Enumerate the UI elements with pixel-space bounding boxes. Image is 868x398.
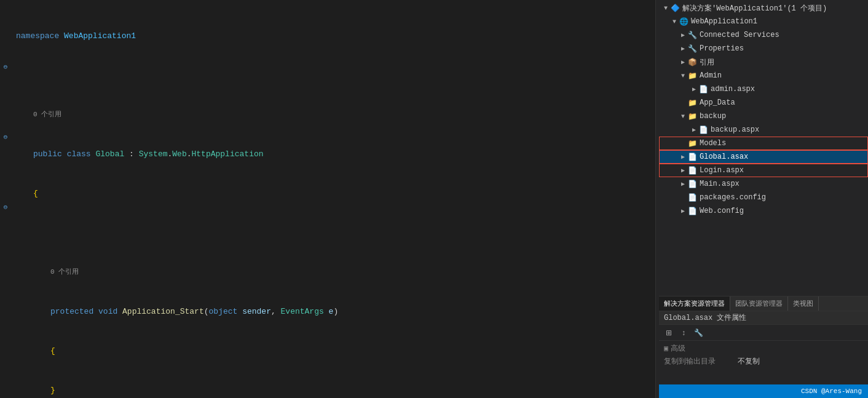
main-aspx-item[interactable]: ▶ 📄 Main.aspx bbox=[659, 177, 868, 191]
code-line-8: protected void Application_Start(object … bbox=[16, 306, 655, 317]
tab-team-explorer[interactable]: 团队资源管理器 bbox=[730, 297, 788, 311]
properties-label: Properties bbox=[700, 44, 866, 53]
admin-aspx-icon: 📄 bbox=[698, 84, 708, 94]
admin-folder-item[interactable]: ▼ 📁 Admin bbox=[659, 69, 868, 82]
class-name: Global bbox=[95, 148, 124, 160]
backup-aspx-icon: 📄 bbox=[698, 125, 708, 135]
web-config-item[interactable]: ▶ 📄 Web.config bbox=[659, 204, 868, 218]
e-param: e bbox=[329, 306, 334, 317]
web-config-label: Web.config bbox=[700, 207, 866, 215]
base-ns: System bbox=[139, 148, 168, 160]
login-chevron: ▶ bbox=[679, 166, 687, 175]
properties-title: Global.asax 文件属性 bbox=[664, 312, 746, 323]
admin-aspx-item[interactable]: ▶ 📄 admin.aspx bbox=[659, 82, 868, 96]
tab-cv-label: 类视图 bbox=[793, 299, 813, 308]
login-aspx-icon: 📄 bbox=[687, 165, 697, 175]
object-kw: object bbox=[209, 306, 238, 317]
connected-services-icon: 🔧 bbox=[687, 30, 697, 40]
global-asax-label: Global.asax bbox=[700, 153, 866, 161]
indicator-12: ⊖ bbox=[4, 131, 8, 143]
solution-tabs: 解决方案资源管理器 团队资源管理器 类视图 bbox=[659, 296, 868, 311]
code-line-10: } bbox=[16, 384, 655, 396]
right-panel: ▼ 🔷 解决方案'WebApplication1'(1 个项目) ▼ 🌐 Web… bbox=[659, 0, 868, 398]
prop-section-label: 高级 bbox=[671, 343, 685, 354]
pkg-chevron bbox=[679, 193, 687, 202]
packages-config-item[interactable]: 📄 packages.config bbox=[659, 191, 868, 204]
project-icon: 🌐 bbox=[679, 17, 688, 26]
app-data-label: App_Data bbox=[700, 98, 866, 107]
admin-chevron: ▼ bbox=[679, 71, 687, 80]
web-cfg-chevron: ▶ bbox=[679, 207, 687, 215]
models-folder-icon: 📁 bbox=[687, 138, 697, 148]
references-icon: 📦 bbox=[687, 57, 697, 67]
tab-class-view[interactable]: 类视图 bbox=[788, 297, 819, 311]
class-keyword: class bbox=[67, 148, 91, 160]
ref-chevron: ▶ bbox=[679, 58, 687, 66]
namespace-keyword: namespace bbox=[16, 30, 59, 42]
code-line-1: namespace WebApplication1 bbox=[16, 30, 655, 42]
app-data-icon: 📁 bbox=[687, 98, 697, 108]
properties-header: Global.asax 文件属性 bbox=[659, 311, 868, 325]
backup-aspx-label: backup.aspx bbox=[711, 125, 866, 134]
global-chevron: ▶ bbox=[679, 153, 687, 161]
prop-wrench-btn[interactable]: 🔧 bbox=[692, 327, 704, 338]
prop-copy-value: 不复制 bbox=[738, 356, 760, 367]
code-line-7: 0 个引用 bbox=[16, 266, 655, 278]
void-kw: void bbox=[98, 306, 117, 317]
prop-section-icon: ▣ bbox=[664, 344, 668, 353]
solution-root-item[interactable]: ▼ 🔷 解决方案'WebApplication1'(1 个项目) bbox=[659, 1, 868, 15]
indicator-18: ⊖ bbox=[4, 201, 8, 213]
properties-toolbar: ⊞ ↕ 🔧 bbox=[659, 325, 868, 341]
references-item[interactable]: ▶ 📦 引用 bbox=[659, 55, 868, 69]
protected-kw: protected bbox=[50, 306, 93, 317]
admin-aspx-label: admin.aspx bbox=[711, 85, 866, 94]
code-line-5: { bbox=[16, 188, 655, 199]
prop-copy-name: 复制到输出目录 bbox=[664, 356, 738, 367]
props-chevron: ▶ bbox=[679, 44, 687, 53]
indicator-6: ⊖ bbox=[4, 61, 8, 73]
models-folder-label: Models bbox=[700, 139, 866, 148]
models-chevron bbox=[679, 139, 687, 148]
admin-folder-label: Admin bbox=[700, 71, 866, 80]
ref-count-2: 0 个引用 bbox=[50, 266, 79, 278]
global-asax-icon: 📄 bbox=[687, 152, 697, 162]
prop-section-advanced: ▣ 高级 bbox=[664, 343, 863, 354]
watermark-text: CSDN @Ares-Wang bbox=[801, 388, 862, 395]
global-asax-item[interactable]: ▶ 📄 Global.asax bbox=[659, 150, 868, 164]
models-folder-item[interactable]: 📁 Models bbox=[659, 137, 868, 150]
tab-te-label: 团队资源管理器 bbox=[735, 299, 783, 308]
app-data-item[interactable]: 📁 App_Data bbox=[659, 96, 868, 109]
prop-sort-btn[interactable]: ↕ bbox=[677, 327, 690, 338]
backup-folder-item[interactable]: ▼ 📁 backup bbox=[659, 109, 868, 123]
main-chevron: ▶ bbox=[679, 180, 687, 188]
code-text: namespace WebApplication1 0 个引用 public c… bbox=[11, 0, 655, 398]
web-config-icon: 📄 bbox=[687, 206, 697, 216]
properties-panel: Global.asax 文件属性 ⊞ ↕ 🔧 ▣ 高级 复制到输出目录 不复制 bbox=[659, 311, 868, 384]
root-chevron: ▼ bbox=[661, 4, 670, 12]
main-aspx-icon: 📄 bbox=[687, 179, 697, 189]
eventargs-type: EventArgs bbox=[281, 306, 324, 317]
connected-services-item[interactable]: ▶ 🔧 Connected Services bbox=[659, 28, 868, 42]
properties-item[interactable]: ▶ 🔧 Properties bbox=[659, 42, 868, 55]
prop-copy-row: 复制到输出目录 不复制 bbox=[664, 355, 863, 367]
backup-aspx-item[interactable]: ▶ 📄 backup.aspx bbox=[659, 123, 868, 137]
properties-icon: 🔧 bbox=[687, 44, 697, 54]
backup-folder-icon: 📁 bbox=[687, 111, 697, 121]
project-item[interactable]: ▼ 🌐 WebApplication1 bbox=[659, 15, 868, 28]
login-aspx-item[interactable]: ▶ 📄 Login.aspx bbox=[659, 164, 868, 177]
code-line-3: 0 个引用 bbox=[16, 109, 655, 121]
base-class: HttpApplication bbox=[192, 148, 264, 160]
connected-services-label: Connected Services bbox=[700, 31, 866, 39]
code-line-2 bbox=[16, 70, 655, 81]
code-line-6 bbox=[16, 227, 655, 239]
code-panel: ⊖ ⊖ ⊖ bbox=[0, 0, 656, 398]
code-line-4: public class Global : System.Web.HttpApp… bbox=[16, 148, 655, 160]
app-data-chevron bbox=[679, 98, 687, 107]
tab-solution-explorer[interactable]: 解决方案资源管理器 bbox=[659, 297, 730, 311]
public-keyword: public bbox=[33, 148, 62, 160]
ref-count-1: 0 个引用 bbox=[33, 109, 61, 121]
prop-grid-btn[interactable]: ⊞ bbox=[663, 327, 675, 338]
namespace-name: WebApplication1 bbox=[64, 30, 136, 42]
backup-folder-label: backup bbox=[700, 112, 866, 121]
references-label: 引用 bbox=[700, 57, 866, 68]
